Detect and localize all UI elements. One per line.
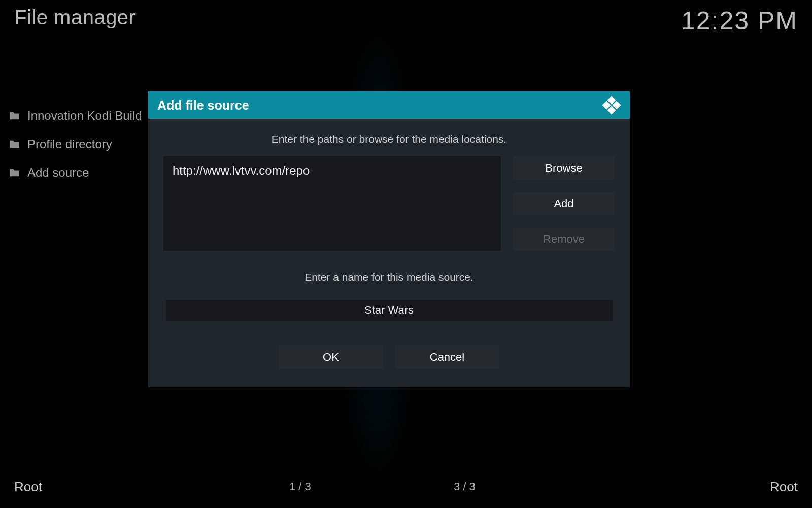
- page-title: File manager: [14, 6, 136, 29]
- footer: Root 1 / 3 3 / 3 Root: [0, 471, 812, 508]
- sidebar-item-profile[interactable]: Profile directory: [9, 130, 161, 158]
- footer-root-right: Root: [770, 479, 798, 495]
- sidebar-item-label: Add source: [27, 166, 89, 180]
- path-input[interactable]: [163, 156, 501, 251]
- side-button-column: Browse Add Remove: [513, 156, 615, 251]
- kodi-logo-icon: [600, 95, 621, 115]
- sidebar-item-label: Profile directory: [27, 137, 112, 151]
- left-source-list: Innovation Kodi Build Profile directory …: [9, 102, 161, 187]
- source-name-input[interactable]: [166, 300, 613, 321]
- footer-count-right: 3 / 3: [454, 480, 476, 493]
- dialog-actions: OK Cancel: [163, 345, 615, 369]
- dialog-title: Add file source: [157, 98, 249, 113]
- footer-root-left: Root: [14, 479, 42, 495]
- name-hint: Enter a name for this media source.: [163, 251, 615, 295]
- dialog-body: Enter the paths or browse for the media …: [148, 119, 630, 387]
- header: File manager 12:23 PM: [0, 6, 812, 36]
- sidebar-item-innovation[interactable]: Innovation Kodi Build: [9, 102, 161, 130]
- sidebar-item-label: Innovation Kodi Build: [27, 109, 142, 123]
- paths-hint: Enter the paths or browse for the media …: [163, 124, 615, 156]
- browse-button[interactable]: Browse: [513, 156, 615, 180]
- folder-icon: [9, 140, 20, 149]
- ok-button[interactable]: OK: [279, 345, 383, 369]
- clock: 12:23 PM: [681, 6, 798, 36]
- footer-count-left: 1 / 3: [289, 480, 311, 493]
- cancel-button[interactable]: Cancel: [395, 345, 499, 369]
- add-file-source-dialog: Add file source Enter the paths or brows…: [148, 91, 630, 387]
- paths-row: Browse Add Remove: [163, 156, 615, 251]
- remove-button: Remove: [513, 228, 615, 251]
- folder-icon: [9, 111, 20, 120]
- sidebar-item-add-source[interactable]: Add source: [9, 158, 161, 187]
- folder-icon: [9, 168, 20, 177]
- add-button[interactable]: Add: [513, 192, 615, 215]
- dialog-header: Add file source: [148, 91, 630, 119]
